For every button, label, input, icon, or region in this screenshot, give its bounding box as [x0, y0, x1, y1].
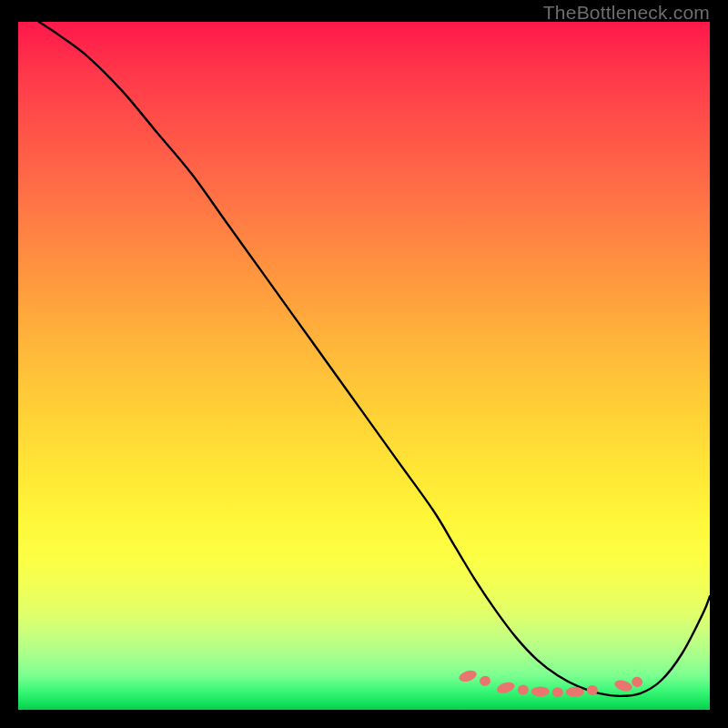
chart-frame: TheBottleneck.com — [0, 0, 728, 728]
chart-svg — [18, 22, 710, 710]
curve-marker — [613, 678, 633, 693]
curve-marker — [631, 675, 644, 688]
curve-marker — [552, 687, 563, 697]
curve-marker — [566, 687, 584, 697]
plot-area — [18, 22, 710, 710]
curve-marker — [587, 685, 598, 695]
curve-marker — [496, 680, 516, 695]
curve-marker — [531, 686, 550, 696]
marker-group — [458, 669, 644, 698]
curve-marker — [518, 685, 529, 695]
curve-marker — [479, 674, 492, 687]
curve-marker — [458, 669, 478, 684]
bottleneck-curve — [39, 22, 710, 696]
watermark-label: TheBottleneck.com — [543, 2, 710, 24]
